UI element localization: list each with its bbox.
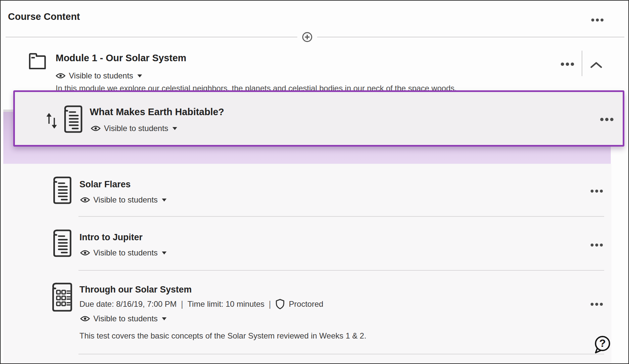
- meta-separator: |: [181, 299, 183, 309]
- item-visibility-dropdown[interactable]: Visible to students: [80, 248, 167, 257]
- item-visibility-label: Visible to students: [93, 195, 158, 205]
- svg-text:?: ?: [599, 337, 606, 349]
- plus-circle-icon: [302, 31, 313, 43]
- shield-icon: [275, 299, 285, 309]
- item-visibility-label: Visible to students: [93, 314, 158, 323]
- module-visibility-label: Visible to students: [69, 71, 133, 80]
- chevron-down-icon: [162, 317, 167, 320]
- test-icon: [47, 282, 73, 313]
- dragged-item-title[interactable]: What Makes Earth Habitable?: [90, 107, 224, 117]
- dragged-item-visibility-dropdown[interactable]: Visible to students: [91, 124, 177, 133]
- module-more-options-icon[interactable]: [561, 63, 574, 66]
- module-header-separator: [582, 51, 582, 76]
- item-divider: [78, 270, 604, 271]
- item-title[interactable]: Through our Solar System: [79, 285, 192, 295]
- drag-handle[interactable]: [45, 113, 58, 129]
- document-icon: [60, 104, 83, 134]
- question-bubble-icon: ?: [593, 335, 612, 354]
- meta-separator: |: [269, 299, 271, 309]
- arrows-up-down-icon: [45, 113, 58, 129]
- page-title: Course Content: [8, 11, 80, 22]
- help-button[interactable]: ?: [593, 335, 612, 354]
- test-meta-row: Due date: 8/16/19, 7:00 PM | Time limit:…: [79, 299, 323, 309]
- collapse-module-button[interactable]: [590, 62, 602, 68]
- chevron-down-icon: [162, 251, 167, 254]
- eye-icon: [80, 315, 90, 322]
- eye-icon: [80, 250, 90, 256]
- dragged-item-card[interactable]: What Makes Earth Habitable? Visible to s…: [13, 90, 624, 147]
- eye-icon: [91, 125, 101, 132]
- dragged-item-visibility-label: Visible to students: [104, 124, 168, 133]
- item-visibility-label: Visible to students: [93, 248, 158, 257]
- eye-icon: [80, 197, 90, 203]
- chevron-down-icon: [172, 127, 177, 130]
- due-date-label: Due date: 8/16/19, 7:00 PM: [79, 299, 177, 309]
- item-visibility-dropdown[interactable]: Visible to students: [80, 195, 167, 205]
- item-title[interactable]: Intro to Jupiter: [79, 232, 143, 243]
- eye-icon: [56, 72, 66, 79]
- item-divider: [78, 216, 604, 217]
- course-content-page: Course Content Module 1 - Our Solar Syst…: [0, 0, 629, 364]
- item-more-options-icon[interactable]: [591, 244, 603, 247]
- module-title[interactable]: Module 1 - Our Solar System: [56, 53, 186, 64]
- item-divider: [78, 354, 604, 354]
- dragged-item-more-options-icon[interactable]: [600, 118, 613, 121]
- chevron-down-icon: [137, 74, 142, 77]
- chevron-down-icon: [162, 199, 167, 202]
- item-more-options-icon[interactable]: [591, 190, 603, 193]
- item-visibility-dropdown[interactable]: Visible to students: [80, 314, 167, 323]
- document-icon: [49, 228, 72, 258]
- folder-icon: [27, 51, 48, 70]
- module-visibility-dropdown[interactable]: Visible to students: [56, 71, 142, 80]
- item-title[interactable]: Solar Flares: [79, 179, 131, 190]
- page-more-options-icon[interactable]: [591, 19, 604, 22]
- chevron-up-icon: [590, 62, 602, 68]
- proctored-label: Proctored: [289, 299, 323, 309]
- time-limit-label: Time limit: 10 minutes: [187, 299, 265, 309]
- add-content-button[interactable]: [297, 30, 317, 44]
- test-description: This test covers the basic concepts of t…: [79, 331, 366, 341]
- document-icon: [49, 175, 72, 205]
- item-more-options-icon[interactable]: [591, 303, 603, 306]
